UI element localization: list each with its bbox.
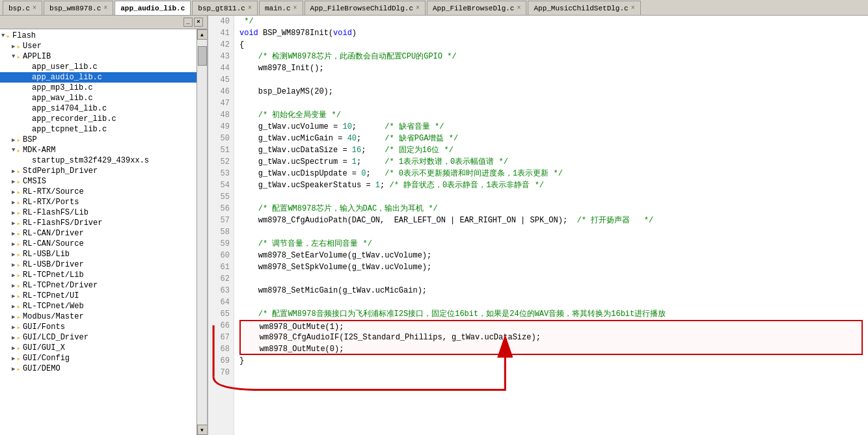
expand-icon[interactable]: ▶ (12, 137, 15, 144)
line-number: 67 (212, 332, 230, 343)
tree-item-rl_can_driver[interactable]: ▶▸RL-CAN/Driver (0, 228, 197, 239)
tree-item-rl_can_source[interactable]: ▶▸RL-CAN/Source (0, 239, 197, 249)
scroll-down-button[interactable]: ▼ (197, 425, 208, 435)
expand-icon[interactable]: ▶ (12, 178, 15, 185)
code-line: g_tWav.ucSpectrum = 1; /* 1表示对数谱，0表示幅值谱 … (239, 156, 863, 168)
expand-icon[interactable]: ▶ (12, 293, 15, 300)
collapse-icon[interactable]: ▼ (1, 33, 5, 39)
tree-item-stdperiph_driver[interactable]: ▶▸StdPeriph_Driver (0, 166, 197, 176)
tree-item-rl_tcpnet_ui[interactable]: ▶▸RL-TCPnet/UI (0, 291, 197, 301)
tab-App_MusicChildSetDlg-c[interactable]: App_MusicChildSetDlg.c× (528, 1, 640, 15)
tree-item-gui_lcd_driver[interactable]: ▶▸GUI/LCD_Driver (0, 332, 197, 343)
expand-icon[interactable]: ▶ (12, 168, 15, 175)
expand-icon[interactable]: ▶ (12, 355, 15, 362)
tree-item-rl_usb_lib[interactable]: ▶▸RL-USB/Lib (0, 249, 197, 259)
tab-bsp_gt811-c[interactable]: bsp_gt811.c× (192, 1, 258, 15)
tree-item-label: RL-RTX/Source (23, 187, 84, 196)
tree-item-app_recorder_lib_c[interactable]: app_recorder_lib.c (0, 114, 197, 124)
tab-app_audio_lib-c[interactable]: app_audio_lib.c (115, 1, 191, 15)
collapse-icon[interactable]: ▼ (12, 53, 15, 60)
folder-icon: ▸ (16, 313, 21, 321)
tree-item-app_mp3_lib_c[interactable]: app_mp3_lib.c (0, 83, 197, 93)
tree-item-app_si4704_lib_c[interactable]: app_si4704_lib.c (0, 103, 197, 114)
scroll-up-button[interactable]: ▲ (197, 29, 208, 40)
line-number: 57 (212, 215, 230, 226)
code-editor[interactable]: 4041424344454647484950515253545556575859… (208, 16, 868, 435)
tree-item-gui_gui_x[interactable]: ▶▸GUI/GUI_X (0, 343, 197, 353)
expand-icon[interactable]: ▶ (12, 282, 15, 289)
tree-item-rl_usb_driver[interactable]: ▶▸RL-USB/Driver (0, 259, 197, 270)
tree-item-flash[interactable]: ▼▸Flash (0, 31, 197, 41)
line-number: 55 (212, 191, 230, 203)
tree-item-rl_rtx_ports[interactable]: ▶▸RL-RTX/Ports (0, 197, 197, 207)
tree-item-gui_demo[interactable]: ▶▸GUI/DEMO (0, 363, 197, 374)
line-number: 44 (212, 62, 230, 74)
folder-icon: ▸ (16, 209, 21, 217)
code-content: 4041424344454647484950515253545556575859… (208, 16, 868, 435)
tree-item-rl_rtx_source[interactable]: ▶▸RL-RTX/Source (0, 187, 197, 197)
folder-icon: ▸ (16, 240, 21, 248)
line-number: 48 (212, 109, 230, 121)
tree-item-app_audio_lib_c[interactable]: app_audio_lib.c (0, 72, 197, 83)
tree-item-label: GUI/DEMO (23, 364, 61, 373)
tab-App_FileBrowseDlg-c[interactable]: App_FileBrowseDlg.c× (427, 1, 526, 15)
collapse-icon[interactable]: ▼ (12, 147, 15, 153)
expand-icon[interactable]: ▶ (12, 43, 15, 50)
line-number: 62 (212, 273, 230, 285)
expand-icon[interactable]: ▶ (12, 241, 15, 248)
tree-item-gui_fonts[interactable]: ▶▸GUI/Fonts (0, 322, 197, 332)
tree-item-rl_tcpnet_lib[interactable]: ▶▸RL-TCPnet/Lib (0, 270, 197, 280)
tree-item-rl_tcpnet_web[interactable]: ▶▸RL-TCPnet/Web (0, 301, 197, 311)
tree-item-label: BSP (23, 135, 37, 144)
expand-icon[interactable]: ▶ (12, 334, 15, 341)
tree-item-mdk_arm[interactable]: ▼▸MDK-ARM (0, 145, 197, 155)
expand-icon[interactable]: ▶ (12, 209, 15, 217)
tree-item-modbus_master[interactable]: ▶▸Modbus/Master (0, 311, 197, 322)
tree-item-label: MDK-ARM (23, 146, 55, 155)
code-line (239, 74, 863, 86)
tree-item-rl_flashfs_lib[interactable]: ▶▸RL-FlashFS/Lib (0, 207, 197, 218)
expand-icon[interactable]: ▶ (12, 313, 15, 321)
expand-icon[interactable]: ▶ (12, 230, 15, 237)
tree-item-user[interactable]: ▶▸User (0, 41, 197, 51)
tab-bsp_wm8978-c[interactable]: bsp_wm8978.c× (44, 1, 113, 15)
tree-item-app_user_lib_c[interactable]: app_user_lib.c (0, 62, 197, 72)
line-number: 52 (212, 156, 230, 168)
tree-item-cmsis[interactable]: ▶▸CMSIS (0, 176, 197, 187)
expand-icon[interactable]: ▶ (12, 220, 15, 227)
code-line: wm8978_OutMute(1); (239, 320, 863, 332)
expand-icon[interactable]: ▶ (12, 324, 15, 331)
expand-icon[interactable]: ▶ (12, 345, 15, 352)
minimize-button[interactable]: _ (183, 18, 193, 27)
folder-icon: ▸ (16, 167, 21, 176)
line-number: 66 (212, 320, 230, 332)
code-line: bsp_DelayMS(20); (239, 86, 863, 98)
line-number: 43 (212, 51, 230, 62)
close-button[interactable]: × (194, 18, 203, 27)
code-line: g_tWav.ucSpeakerStatus = 1; /* 静音状态，0表示静… (239, 179, 863, 191)
scroll-thumb[interactable] (198, 46, 207, 66)
tree-item-applib[interactable]: ▼▸APPLIB (0, 51, 197, 62)
tree-item-gui_config[interactable]: ▶▸GUI/Config (0, 353, 197, 363)
expand-icon[interactable]: ▶ (12, 199, 15, 206)
expand-icon[interactable]: ▶ (12, 189, 15, 196)
tab-App_FileBrowseChildDlg-c[interactable]: App_FileBrowseChildDlg.c× (305, 1, 426, 15)
tree-item-label: RL-TCPnet/Web (23, 302, 84, 311)
tab-bsp-c[interactable]: bsp.c× (3, 1, 42, 15)
folder-icon: ▸ (16, 334, 21, 342)
code-line: /* 配置WM8978音频接口为飞利浦标准I2S接口，固定位16bit，如果是2… (239, 308, 863, 320)
tree-item-app_wav_lib_c[interactable]: app_wav_lib.c (0, 93, 197, 103)
tree-item-rl_tcpnet_driver[interactable]: ▶▸RL-TCPnet/Driver (0, 280, 197, 291)
expand-icon[interactable]: ▶ (12, 261, 15, 269)
code-line: */ (239, 16, 863, 27)
expand-icon[interactable]: ▶ (12, 272, 15, 279)
tab-main-c[interactable]: main.c× (259, 1, 303, 15)
expand-icon[interactable]: ▶ (12, 303, 15, 310)
tree-item-startup_stm32f429[interactable]: startup_stm32f429_439xx.s (0, 155, 197, 166)
tree-item-rl_flashfs_driver[interactable]: ▶▸RL-FlashFS/Driver (0, 218, 197, 228)
expand-icon[interactable]: ▶ (12, 365, 15, 373)
expand-icon[interactable]: ▶ (12, 251, 15, 258)
tree-item-app_tcpnet_lib_c[interactable]: app_tcpnet_lib.c (0, 124, 197, 135)
code-line: wm8978_SetSpkVolume(g_tWav.ucVolume); (239, 261, 863, 273)
tree-item-bsp[interactable]: ▶▸BSP (0, 135, 197, 145)
